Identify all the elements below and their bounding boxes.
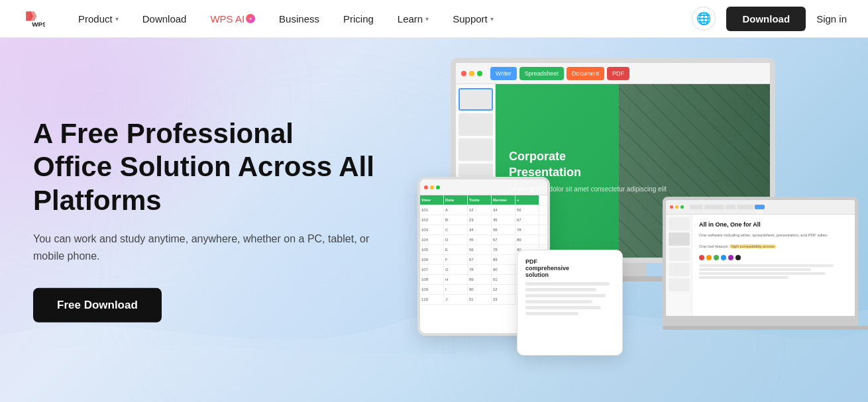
color-dot-orange bbox=[706, 255, 712, 260]
sheet-cell: 102 bbox=[420, 215, 444, 225]
sheet-col-5: + bbox=[515, 195, 539, 205]
sheet-cell: 34 bbox=[492, 205, 515, 215]
laptop-doc-text: One software including writer, spreadshe… bbox=[699, 232, 848, 238]
hero-devices: Writer Spreadsheet Document PDF bbox=[417, 51, 868, 402]
sheet-col-1: View bbox=[420, 195, 444, 205]
sheet-cell: 23 bbox=[468, 215, 492, 225]
sheet-cell: 101 bbox=[420, 205, 444, 215]
pdf-text-line-3 bbox=[525, 294, 606, 297]
nav-download-button[interactable]: Download bbox=[726, 7, 806, 31]
sheet-cell: 67 bbox=[492, 235, 515, 244]
sheet-cell: 01 bbox=[468, 295, 492, 304]
text-line bbox=[699, 268, 811, 271]
toolbar-block bbox=[704, 205, 724, 209]
hero-title: A Free Professional Office Solution Acro… bbox=[33, 117, 378, 217]
sheet-cell: G bbox=[444, 265, 468, 274]
toolbar-block bbox=[737, 205, 753, 209]
sheet-cell: 108 bbox=[420, 275, 444, 284]
nav-item-download[interactable]: Download bbox=[131, 0, 199, 38]
sidebar-thumb-1[interactable] bbox=[459, 88, 493, 111]
screen-toolbar: Writer Spreadsheet Document PDF bbox=[456, 63, 770, 84]
sidebar-thumb bbox=[669, 232, 690, 246]
pdf-text-line-6 bbox=[525, 312, 578, 315]
nav-links: Product ▾ Download WPS AI + Business Pri… bbox=[66, 0, 692, 38]
laptop-dot-red bbox=[670, 205, 673, 209]
sheet-cell: 56 bbox=[492, 225, 515, 234]
sheet-cell: 12 bbox=[468, 205, 492, 215]
nav-item-wps-ai[interactable]: WPS AI + bbox=[198, 0, 267, 38]
sheet-data-row: 102B234567 bbox=[420, 215, 547, 225]
signin-link[interactable]: Sign in bbox=[816, 13, 847, 25]
sheet-cell: 01 bbox=[492, 275, 515, 284]
color-dot-red bbox=[699, 255, 704, 260]
sheet-cell: 107 bbox=[420, 265, 444, 274]
laptop-doc-highlight-text: One tool feature: high compatibility acr… bbox=[699, 244, 848, 250]
sheet-cell: 89 bbox=[492, 255, 515, 264]
color-dot-purple bbox=[728, 255, 733, 260]
toolbar-block bbox=[726, 205, 735, 209]
tablet-dot-green bbox=[436, 185, 440, 189]
traffic-dot-yellow bbox=[469, 71, 474, 76]
pdf-text-line-5 bbox=[525, 306, 601, 309]
text-line bbox=[699, 272, 826, 275]
sheet-cell: 45 bbox=[468, 235, 492, 244]
hero-cta-button[interactable]: Free Download bbox=[33, 288, 162, 323]
sidebar-thumb bbox=[669, 217, 690, 230]
slide-title: CorporatePresentation bbox=[509, 149, 581, 180]
tablet-dot-yellow bbox=[430, 185, 434, 189]
text-line bbox=[699, 276, 788, 279]
color-dot-dark bbox=[735, 255, 741, 260]
sheet-cell: 104 bbox=[420, 235, 444, 244]
sheet-cell: 109 bbox=[420, 285, 444, 294]
tab-writer[interactable]: Writer bbox=[490, 67, 517, 80]
laptop-mockup: Add All in O bbox=[663, 197, 868, 342]
nav-item-business[interactable]: Business bbox=[267, 0, 331, 38]
laptop-doc-heading: All in One, One for All bbox=[699, 221, 848, 229]
sidebar-thumb-3[interactable] bbox=[459, 138, 493, 161]
sheet-cell: 56 bbox=[468, 245, 492, 254]
sidebar-thumb-2[interactable] bbox=[459, 113, 493, 136]
sheet-cell: 23 bbox=[492, 295, 515, 304]
sheet-cell: 106 bbox=[420, 255, 444, 264]
sheet-cell: 67 bbox=[468, 255, 492, 264]
slide-subtitle: Lorem ipsum dolor sit amet consectetur a… bbox=[509, 185, 667, 193]
sheet-cell: 89 bbox=[515, 235, 539, 244]
sidebar-thumb bbox=[669, 278, 690, 291]
svg-text:WPS: WPS bbox=[32, 21, 45, 28]
sheet-col-4: Review bbox=[492, 195, 515, 205]
navbar: WPS Product ▾ Download WPS AI + Business… bbox=[0, 0, 868, 38]
sheet-cell: I bbox=[444, 285, 468, 294]
sheet-data-row: 104D456789 bbox=[420, 235, 547, 245]
pdf-card: PDFcomprehensivesolution bbox=[517, 250, 623, 356]
globe-icon[interactable]: 🌐 bbox=[692, 7, 716, 30]
sheet-cell: B bbox=[444, 215, 468, 225]
tablet-dot-red bbox=[424, 185, 428, 189]
tab-presentation[interactable]: Document bbox=[567, 67, 604, 80]
sheet-cell: F bbox=[444, 255, 468, 264]
tab-pdf[interactable]: PDF bbox=[607, 67, 629, 80]
nav-item-learn[interactable]: Learn ▾ bbox=[386, 0, 441, 38]
hero-content: A Free Professional Office Solution Acro… bbox=[33, 117, 378, 323]
sidebar-thumb bbox=[669, 263, 690, 276]
laptop-body: All in One, One for All One software inc… bbox=[666, 215, 855, 316]
nav-item-product[interactable]: Product ▾ bbox=[66, 0, 131, 38]
chevron-down-icon: ▾ bbox=[115, 15, 119, 23]
sheet-cell: 45 bbox=[492, 215, 515, 225]
sheet-header-row: View Data Tools Review + bbox=[420, 195, 547, 205]
sheet-cell: 90 bbox=[468, 285, 492, 294]
sheet-cell: 12 bbox=[492, 285, 515, 294]
highlight-span: high compatibility across bbox=[730, 244, 775, 248]
traffic-dot-green bbox=[477, 71, 482, 76]
tab-spreadsheet[interactable]: Spreadsheet bbox=[519, 67, 564, 80]
sheet-cell: H bbox=[444, 275, 468, 284]
nav-item-support[interactable]: Support ▾ bbox=[441, 0, 506, 38]
sheet-cell: 78 bbox=[468, 265, 492, 274]
pdf-text-line-1 bbox=[525, 282, 610, 285]
traffic-dot-red bbox=[461, 71, 466, 76]
laptop-color-dots bbox=[699, 255, 848, 260]
nav-item-pricing[interactable]: Pricing bbox=[331, 0, 386, 38]
laptop-base bbox=[663, 319, 858, 326]
logo[interactable]: WPS bbox=[21, 7, 45, 30]
sidebar-thumb bbox=[669, 248, 690, 261]
sheet-cell: 78 bbox=[515, 225, 539, 234]
